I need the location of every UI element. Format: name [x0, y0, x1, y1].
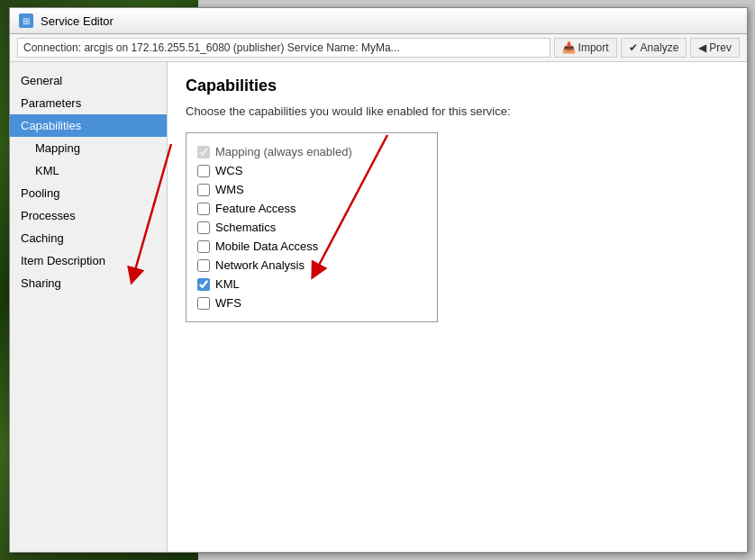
- capability-checkbox-wcs[interactable]: [197, 165, 210, 177]
- content-panel: Capabilities Choose the capabilities you…: [168, 62, 747, 552]
- import-icon: 📥: [562, 41, 576, 54]
- prev-icon: ◀: [698, 41, 706, 54]
- sidebar-item-processes[interactable]: Processes: [10, 204, 167, 227]
- capability-label-schematics: Schematics: [215, 221, 276, 234]
- capability-item-schematics: Schematics: [197, 218, 426, 237]
- capability-checkbox-network-analysis[interactable]: [197, 259, 210, 272]
- capability-checkbox-mapping[interactable]: [197, 146, 210, 158]
- sidebar-item-mapping[interactable]: Mapping: [10, 137, 167, 159]
- sidebar-item-pooling[interactable]: Pooling: [10, 182, 167, 204]
- panel-title: Capabilities: [186, 77, 729, 95]
- capability-item-wms: WMS: [197, 180, 426, 199]
- capability-item-wcs: WCS: [197, 161, 426, 180]
- capability-item-wfs: WFS: [197, 294, 426, 312]
- sidebar-item-caching[interactable]: Caching: [10, 227, 167, 249]
- capability-label-wcs: WCS: [215, 164, 242, 177]
- capability-item-kml: KML: [197, 275, 426, 294]
- capability-checkbox-schematics[interactable]: [197, 221, 210, 234]
- capability-item-network-analysis: Network Analysis: [197, 256, 426, 275]
- main-content: GeneralParametersCapabilitiesMappingKMLP…: [10, 62, 747, 552]
- analyze-button[interactable]: ✔ Analyze: [621, 38, 687, 58]
- capability-checkbox-wfs[interactable]: [197, 297, 210, 310]
- capabilities-box: Mapping (always enabled)WCSWMSFeature Ac…: [186, 132, 438, 322]
- capability-label-feature-access: Feature Access: [215, 202, 296, 215]
- capability-label-mapping: Mapping (always enabled): [215, 145, 352, 158]
- toolbar: Connection: arcgis on 172.16.255.51_6080…: [10, 34, 747, 62]
- capability-label-wms: WMS: [215, 183, 244, 196]
- capability-label-network-analysis: Network Analysis: [215, 258, 305, 272]
- capability-checkbox-mobile-data-access[interactable]: [197, 240, 210, 253]
- capability-checkbox-kml[interactable]: [197, 278, 210, 291]
- sidebar-item-sharing[interactable]: Sharing: [10, 272, 167, 294]
- capability-checkbox-wms[interactable]: [197, 184, 210, 196]
- sidebar-item-item-description[interactable]: Item Description: [10, 249, 167, 272]
- sidebar-item-parameters[interactable]: Parameters: [10, 92, 167, 114]
- panel-description: Choose the capabilities you would like e…: [186, 104, 729, 118]
- capability-item-feature-access: Feature Access: [197, 199, 426, 218]
- capability-item-mapping: Mapping (always enabled): [197, 142, 426, 161]
- prev-button[interactable]: ◀ Prev: [690, 38, 740, 58]
- window-icon: ⊞: [19, 14, 33, 28]
- sidebar-item-capabilities[interactable]: Capabilities: [10, 114, 167, 137]
- capability-label-mobile-data-access: Mobile Data Access: [215, 239, 318, 253]
- import-button[interactable]: 📥 Import: [554, 38, 617, 58]
- sidebar-item-general[interactable]: General: [10, 69, 167, 92]
- sidebar-item-kml-sub[interactable]: KML: [10, 159, 167, 182]
- sidebar: GeneralParametersCapabilitiesMappingKMLP…: [10, 62, 168, 552]
- window-title: Service Editor: [41, 14, 114, 28]
- analyze-icon: ✔: [629, 41, 638, 54]
- capability-item-mobile-data-access: Mobile Data Access: [197, 237, 426, 256]
- connection-info: Connection: arcgis on 172.16.255.51_6080…: [17, 38, 550, 58]
- title-bar: ⊞ Service Editor: [10, 8, 747, 34]
- service-editor-dialog: ⊞ Service Editor Connection: arcgis on 1…: [9, 7, 748, 553]
- capability-label-kml: KML: [215, 277, 240, 291]
- capability-checkbox-feature-access[interactable]: [197, 203, 210, 215]
- capability-label-wfs: WFS: [215, 296, 241, 310]
